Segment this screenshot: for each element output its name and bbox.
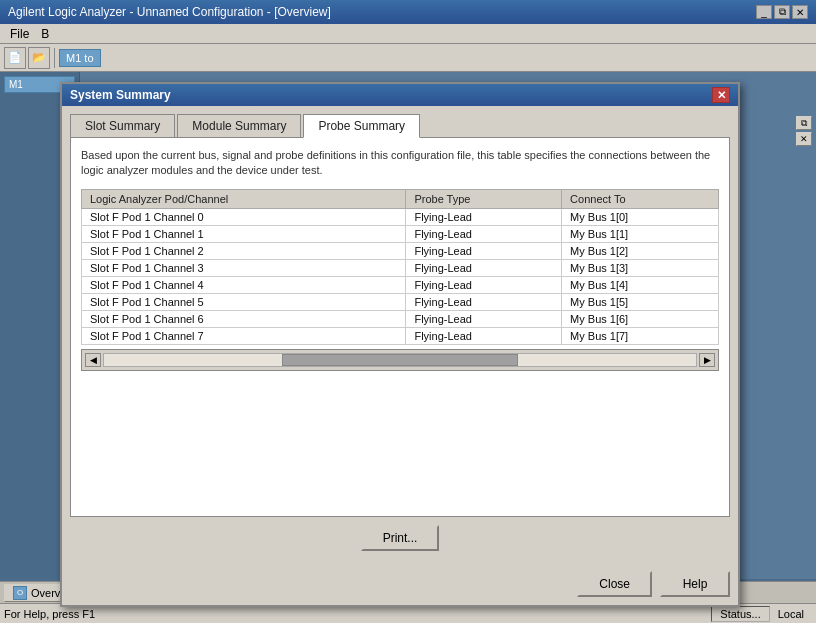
scrollbar-track[interactable]: [103, 353, 697, 367]
cell-probe-type: Flying-Lead: [406, 293, 562, 310]
title-bar: Agilent Logic Analyzer - Unnamed Configu…: [0, 0, 816, 24]
locale-text: Local: [770, 608, 812, 620]
dialog-title-bar: System Summary ✕: [62, 84, 738, 106]
table-row: Slot F Pod 1 Channel 0 Flying-Lead My Bu…: [82, 208, 719, 225]
help-button[interactable]: Help: [660, 571, 730, 597]
table-header-row: Logic Analyzer Pod/Channel Probe Type Co…: [82, 189, 719, 208]
cell-pod-channel: Slot F Pod 1 Channel 5: [82, 293, 406, 310]
restore-button[interactable]: ⧉: [796, 116, 812, 130]
table-row: Slot F Pod 1 Channel 5 Flying-Lead My Bu…: [82, 293, 719, 310]
scrollbar-thumb[interactable]: [282, 354, 519, 366]
title-bar-buttons: _ ⧉ ✕: [756, 5, 808, 19]
cell-pod-channel: Slot F Pod 1 Channel 1: [82, 225, 406, 242]
col-probe-type: Probe Type: [406, 189, 562, 208]
tab-module-summary[interactable]: Module Summary: [177, 114, 301, 137]
maximize-button[interactable]: ⧉: [774, 5, 790, 19]
system-summary-dialog: System Summary ✕ Slot Summary Module Sum…: [60, 82, 740, 607]
probe-summary-table: Logic Analyzer Pod/Channel Probe Type Co…: [81, 189, 719, 345]
cell-pod-channel: Slot F Pod 1 Channel 4: [82, 276, 406, 293]
cell-probe-type: Flying-Lead: [406, 259, 562, 276]
cell-connect-to: My Bus 1[4]: [562, 276, 719, 293]
cell-pod-channel: Slot F Pod 1 Channel 7: [82, 327, 406, 344]
menu-b[interactable]: B: [35, 26, 55, 42]
description-text: Based upon the current bus, signal and p…: [81, 148, 719, 179]
cell-connect-to: My Bus 1[3]: [562, 259, 719, 276]
cell-connect-to: My Bus 1[0]: [562, 208, 719, 225]
cell-probe-type: Flying-Lead: [406, 208, 562, 225]
toolbar-open[interactable]: 📂: [28, 47, 50, 69]
tab-slot-summary[interactable]: Slot Summary: [70, 114, 175, 137]
print-button-area: Print...: [70, 517, 730, 555]
toolbar-label: M1 to: [59, 49, 101, 67]
right-side-buttons: ⧉ ✕: [796, 116, 812, 146]
cell-pod-channel: Slot F Pod 1 Channel 3: [82, 259, 406, 276]
cell-connect-to: My Bus 1[1]: [562, 225, 719, 242]
scroll-left-button[interactable]: ◀: [85, 353, 101, 367]
close-window-button[interactable]: ✕: [792, 5, 808, 19]
help-text: For Help, press F1: [4, 608, 711, 620]
toolbar: 📄 📂 M1 to: [0, 44, 816, 72]
cell-probe-type: Flying-Lead: [406, 310, 562, 327]
dialog-title: System Summary: [70, 88, 171, 102]
cell-pod-channel: Slot F Pod 1 Channel 0: [82, 208, 406, 225]
table-row: Slot F Pod 1 Channel 7 Flying-Lead My Bu…: [82, 327, 719, 344]
table-row: Slot F Pod 1 Channel 4 Flying-Lead My Bu…: [82, 276, 719, 293]
table-row: Slot F Pod 1 Channel 3 Flying-Lead My Bu…: [82, 259, 719, 276]
status-button[interactable]: Status...: [711, 606, 769, 622]
cell-connect-to: My Bus 1[2]: [562, 242, 719, 259]
horizontal-scrollbar: ◀ ▶: [81, 349, 719, 371]
menu-file[interactable]: File: [4, 26, 35, 42]
tab-bar: Slot Summary Module Summary Probe Summar…: [70, 114, 730, 137]
cell-probe-type: Flying-Lead: [406, 225, 562, 242]
table-row: Slot F Pod 1 Channel 1 Flying-Lead My Bu…: [82, 225, 719, 242]
dialog-action-buttons: Close Help: [62, 563, 738, 605]
close-button[interactable]: Close: [577, 571, 652, 597]
overview-icon: O: [13, 586, 27, 600]
workspace: M1 ⧉ ✕ System Summary ✕ Slot Summary Mod…: [0, 72, 816, 579]
table-row: Slot F Pod 1 Channel 6 Flying-Lead My Bu…: [82, 310, 719, 327]
dialog-close-icon[interactable]: ✕: [712, 87, 730, 103]
scroll-right-button[interactable]: ▶: [699, 353, 715, 367]
toolbar-separator: [54, 48, 55, 68]
cell-pod-channel: Slot F Pod 1 Channel 2: [82, 242, 406, 259]
col-pod-channel: Logic Analyzer Pod/Channel: [82, 189, 406, 208]
cell-probe-type: Flying-Lead: [406, 276, 562, 293]
minimize-button[interactable]: _: [756, 5, 772, 19]
cell-connect-to: My Bus 1[6]: [562, 310, 719, 327]
tab-probe-summary[interactable]: Probe Summary: [303, 114, 420, 138]
cell-probe-type: Flying-Lead: [406, 242, 562, 259]
close-right-button[interactable]: ✕: [796, 132, 812, 146]
tab-content-probe-summary: Based upon the current bus, signal and p…: [70, 137, 730, 517]
menu-bar: File B: [0, 24, 816, 44]
toolbar-new[interactable]: 📄: [4, 47, 26, 69]
print-button[interactable]: Print...: [361, 525, 440, 551]
dialog-content-area: Slot Summary Module Summary Probe Summar…: [62, 106, 738, 563]
cell-probe-type: Flying-Lead: [406, 327, 562, 344]
col-connect-to: Connect To: [562, 189, 719, 208]
cell-connect-to: My Bus 1[7]: [562, 327, 719, 344]
table-row: Slot F Pod 1 Channel 2 Flying-Lead My Bu…: [82, 242, 719, 259]
window-title: Agilent Logic Analyzer - Unnamed Configu…: [8, 5, 331, 19]
cell-connect-to: My Bus 1[5]: [562, 293, 719, 310]
cell-pod-channel: Slot F Pod 1 Channel 6: [82, 310, 406, 327]
